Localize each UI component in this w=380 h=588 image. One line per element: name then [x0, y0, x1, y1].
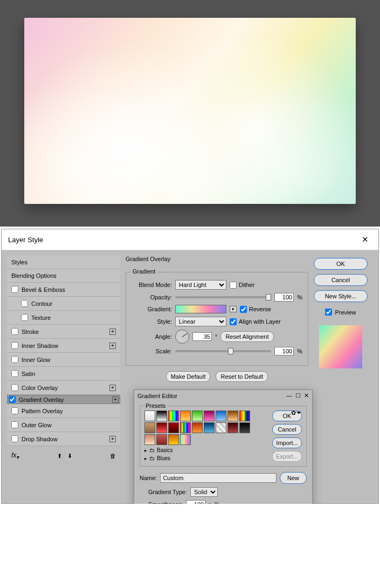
section-title: Gradient Overlay: [126, 256, 308, 262]
style-select[interactable]: Linear: [175, 317, 226, 326]
angle-dial[interactable]: [175, 330, 189, 344]
minimize-icon[interactable]: —: [286, 392, 292, 399]
export-button: Export...: [272, 451, 302, 462]
style-item[interactable]: Pattern Overlay: [7, 404, 120, 418]
close-icon[interactable]: ✕: [304, 392, 309, 399]
editor-cancel-button[interactable]: Cancel: [272, 424, 302, 435]
gradient-dropdown-icon[interactable]: ▾: [230, 306, 237, 312]
maximize-icon[interactable]: ☐: [295, 392, 301, 399]
dialog-titlebar[interactable]: Layer Style ✕: [2, 229, 378, 250]
preset-folder[interactable]: ▸🗀Blues: [144, 455, 267, 461]
import-button[interactable]: Import...: [272, 437, 302, 448]
style-item[interactable]: Contour: [7, 297, 120, 311]
preset-swatch[interactable]: [204, 411, 215, 421]
preset-swatch[interactable]: [180, 422, 191, 433]
gradient-editor-titlebar[interactable]: Gradient Editor — ☐ ✕: [134, 390, 312, 401]
smoothness-label: Smoothness:: [148, 501, 183, 504]
styles-header[interactable]: Styles: [7, 256, 120, 269]
blend-mode-select[interactable]: Hard Light: [175, 280, 226, 290]
scale-slider[interactable]: [175, 350, 271, 352]
style-item[interactable]: Satin: [7, 367, 120, 381]
preset-swatch[interactable]: [180, 434, 191, 445]
style-item[interactable]: Inner Shadow+: [7, 339, 120, 353]
name-label: Name:: [140, 475, 157, 481]
preset-swatch[interactable]: [144, 434, 155, 445]
angle-input[interactable]: [192, 332, 212, 341]
plus-icon[interactable]: +: [109, 343, 116, 349]
gear-icon[interactable]: ✿⏷: [291, 409, 302, 416]
preset-swatch[interactable]: [227, 411, 238, 421]
preset-swatch[interactable]: [227, 422, 238, 433]
canvas-preview-area: [0, 0, 380, 227]
blending-options-row[interactable]: Blending Options: [7, 269, 120, 283]
smoothness-input[interactable]: [186, 500, 205, 504]
trash-icon[interactable]: 🗑: [110, 453, 116, 459]
canvas-preview: [24, 18, 356, 204]
scale-input[interactable]: [274, 347, 294, 355]
dialog-title: Layer Style: [8, 236, 43, 244]
align-checkbox[interactable]: Align with Layer: [230, 318, 281, 325]
name-input[interactable]: [160, 473, 277, 483]
ok-button[interactable]: OK: [314, 258, 368, 270]
folder-icon: 🗀: [149, 447, 155, 453]
preview-checkbox[interactable]: Preview: [314, 309, 368, 316]
gradient-type-label: Gradient Type:: [148, 489, 187, 495]
preset-swatch[interactable]: [239, 422, 250, 433]
angle-label: Angle:: [132, 333, 172, 340]
preset-swatch[interactable]: [216, 411, 226, 421]
preset-swatch[interactable]: [192, 411, 203, 421]
dither-checkbox[interactable]: Dither: [230, 282, 254, 289]
preset-swatch[interactable]: [144, 411, 155, 421]
opacity-input[interactable]: [274, 293, 294, 302]
scale-label: Scale:: [132, 348, 172, 354]
reset-default-button[interactable]: Reset to Default: [216, 371, 268, 382]
cancel-button[interactable]: Cancel: [314, 274, 368, 286]
reset-alignment-button[interactable]: Reset Alignment: [220, 331, 273, 342]
gradient-picker[interactable]: [175, 305, 226, 313]
style-item[interactable]: Inner Glow: [7, 353, 120, 367]
gradient-type-select[interactable]: Solid: [190, 487, 218, 497]
preset-swatch[interactable]: [180, 411, 191, 421]
preset-swatch[interactable]: [204, 422, 215, 433]
style-label: Style:: [132, 318, 172, 325]
styles-list: Styles Blending Options Bevel & EmbossCo…: [7, 256, 120, 466]
preset-swatch[interactable]: [156, 434, 167, 445]
preset-swatch[interactable]: [168, 411, 179, 421]
style-item[interactable]: Outer Glow: [7, 418, 120, 432]
preset-swatch[interactable]: [156, 411, 167, 421]
new-button[interactable]: New: [280, 472, 307, 484]
style-item[interactable]: Gradient Overlay+: [7, 395, 120, 404]
chevron-right-icon: ▸: [144, 456, 147, 461]
fx-menu-icon[interactable]: fx▾: [11, 452, 19, 460]
preset-swatch[interactable]: [192, 422, 203, 433]
style-item[interactable]: Stroke+: [7, 325, 120, 339]
plus-icon[interactable]: +: [109, 436, 116, 442]
preset-swatch[interactable]: [216, 422, 226, 433]
plus-icon[interactable]: +: [109, 385, 116, 391]
chevron-right-icon: ▸: [144, 448, 147, 453]
arrow-down-icon[interactable]: ⬇: [67, 453, 72, 460]
style-item[interactable]: Bevel & Emboss: [7, 283, 120, 297]
make-default-button[interactable]: Make Default: [166, 371, 211, 382]
preset-swatch[interactable]: [144, 422, 155, 433]
style-item[interactable]: Texture: [7, 311, 120, 325]
style-item[interactable]: Drop Shadow+: [7, 432, 120, 446]
new-style-button[interactable]: New Style...: [314, 290, 368, 302]
folder-icon: 🗀: [149, 455, 155, 461]
presets-group: Presets ✿⏷ ▸🗀Basics▸🗀Blues OK Cancel Imp…: [140, 406, 307, 467]
reverse-checkbox[interactable]: Reverse: [240, 306, 271, 313]
opacity-slider[interactable]: [175, 296, 271, 298]
plus-icon[interactable]: +: [112, 396, 119, 403]
plus-icon[interactable]: +: [109, 329, 116, 335]
preset-swatch[interactable]: [239, 411, 250, 421]
arrow-up-icon[interactable]: ⬆: [57, 453, 62, 460]
preset-swatch[interactable]: [168, 434, 179, 445]
preset-swatch[interactable]: [168, 422, 179, 433]
dialog-buttons: OK Cancel New Style... Preview: [314, 256, 373, 466]
style-item[interactable]: Color Overlay+: [7, 381, 120, 395]
preset-grid[interactable]: [144, 411, 267, 445]
preset-folder[interactable]: ▸🗀Basics: [144, 447, 267, 453]
blend-mode-label: Blend Mode:: [132, 282, 172, 288]
preset-swatch[interactable]: [156, 422, 167, 433]
close-icon[interactable]: ✕: [358, 234, 372, 245]
